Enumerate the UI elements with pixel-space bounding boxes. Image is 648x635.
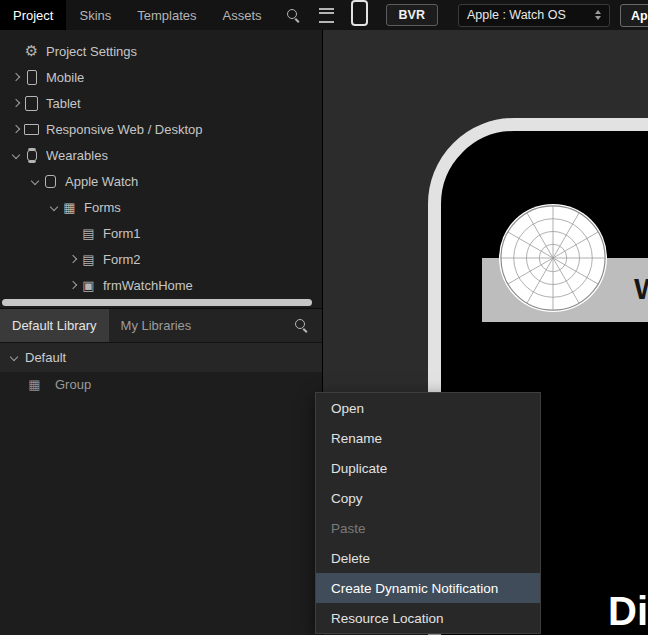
tree-item-apple-watch[interactable]: Apple Watch (0, 168, 322, 194)
tab-my-libraries[interactable]: My Libraries (109, 309, 204, 342)
tree-item-label: Project Settings (46, 44, 137, 59)
menu-item-duplicate[interactable]: Duplicate (316, 453, 540, 483)
project-tree: Project SettingsMobileTabletResponsive W… (0, 30, 322, 297)
form-home-icon (80, 277, 97, 293)
tree-item-form1[interactable]: Form1 (0, 220, 322, 246)
bvr-button[interactable]: BVR (386, 4, 438, 26)
form-icon (80, 225, 97, 241)
library-item-label: Group (55, 377, 91, 392)
library-tabs: Default Library My Libraries (0, 308, 322, 342)
chevron-right-icon[interactable] (65, 246, 80, 272)
tree-item-project-settings[interactable]: Project Settings (0, 38, 322, 64)
phone-icon (23, 69, 40, 85)
menu-item-paste[interactable]: Paste (316, 513, 540, 543)
chevron-right-icon[interactable] (8, 90, 23, 116)
chevron-down-icon[interactable] (27, 168, 42, 194)
app-window: Project Skins Templates Assets BVR Apple… (0, 0, 648, 635)
menu-item-delete[interactable]: Delete (316, 543, 540, 573)
tree-item-label: Forms (84, 200, 121, 215)
menu-item-rename[interactable]: Rename (316, 423, 540, 453)
tree-item-main: frmWatchHome (80, 272, 322, 297)
library-search-icon[interactable] (295, 319, 308, 332)
tree-item-wearables[interactable]: Wearables (0, 142, 322, 168)
tree-item-forms[interactable]: Forms (0, 194, 322, 220)
dropdown-arrows-icon (595, 10, 601, 20)
menu-item-resource-location[interactable]: Resource Location (316, 603, 540, 633)
chevron-right-icon[interactable] (8, 116, 23, 142)
chevron-down-icon[interactable] (9, 343, 19, 372)
chevron-down-icon[interactable] (8, 142, 23, 168)
form-icon (80, 251, 97, 267)
tab-assets[interactable]: Assets (210, 0, 275, 30)
tree-item-label: Apple Watch (65, 174, 138, 189)
tablet-icon (23, 95, 40, 111)
tree-item-mobile[interactable]: Mobile (0, 64, 322, 90)
menu-item-copy[interactable]: Copy (316, 483, 540, 513)
tab-templates[interactable]: Templates (124, 0, 209, 30)
tree-item-frmwatchhome[interactable]: frmWatchHome (0, 272, 322, 297)
device-preview-icon[interactable] (351, 0, 368, 26)
tree-item-main: Form1 (80, 220, 322, 246)
tree-item-label: Tablet (46, 96, 81, 111)
tree-horizontal-scrollbar[interactable] (0, 297, 322, 308)
sidebar: Project SettingsMobileTabletResponsive W… (0, 30, 323, 635)
gear-icon (23, 43, 40, 59)
chevron-spacer (8, 38, 23, 64)
chevron-right-icon[interactable] (65, 272, 80, 297)
group-icon (26, 377, 43, 393)
tree-item-main: Responsive Web / Desktop (23, 116, 322, 142)
hamburger-menu-icon[interactable] (319, 8, 334, 23)
polar-grid-image (498, 203, 608, 313)
platform-selector[interactable]: Apple : Watch OS (458, 4, 610, 27)
library-section-default[interactable]: Default (0, 342, 322, 372)
menu-item-open[interactable]: Open (316, 393, 540, 423)
app-button-partial[interactable]: App (620, 4, 648, 27)
menu-item-create-dynamic-notification[interactable]: Create Dynamic Notification (316, 573, 540, 603)
tree-item-responsive-web-desktop[interactable]: Responsive Web / Desktop (0, 116, 322, 142)
tree-item-main: Apple Watch (42, 168, 322, 194)
tab-skins[interactable]: Skins (66, 0, 124, 30)
chevron-spacer (65, 220, 80, 246)
monitor-icon (23, 121, 40, 137)
tree-item-tablet[interactable]: Tablet (0, 90, 322, 116)
tree-item-label: Mobile (46, 70, 84, 85)
tree-item-label: Responsive Web / Desktop (46, 122, 203, 137)
apple-watch-icon (42, 173, 59, 189)
chevron-right-icon[interactable] (8, 64, 23, 90)
topbar-icons (287, 0, 334, 30)
tree-item-main: Form2 (80, 246, 322, 272)
platform-selector-value: Apple : Watch OS (467, 8, 566, 22)
tree-item-label: Wearables (46, 148, 108, 163)
tree-item-label: Form1 (103, 226, 141, 241)
library-section-label: Default (25, 350, 66, 365)
tree-item-main: Tablet (23, 90, 322, 116)
chevron-down-icon[interactable] (46, 194, 61, 220)
tree-item-main: Wearables (23, 142, 322, 168)
tree-item-form2[interactable]: Form2 (0, 246, 322, 272)
tab-default-library[interactable]: Default Library (0, 309, 109, 342)
tab-project[interactable]: Project (0, 0, 66, 30)
watch-dismiss-text[interactable]: Di (608, 589, 648, 634)
scrollbar-thumb[interactable] (2, 299, 312, 306)
tree-item-main: Mobile (23, 64, 322, 90)
watch-face-graphic[interactable] (498, 203, 608, 313)
watch-icon (23, 147, 40, 163)
forms-icon (61, 199, 78, 215)
topbar: Project Skins Templates Assets BVR Apple… (0, 0, 648, 30)
tree-item-label: frmWatchHome (103, 278, 193, 293)
tree-item-label: Form2 (103, 252, 141, 267)
tree-item-main: Forms (61, 194, 322, 220)
watch-titlebar-text: W (634, 272, 648, 306)
library-item-group[interactable]: Group (0, 372, 322, 635)
search-icon[interactable] (287, 9, 300, 22)
tree-item-main: Project Settings (23, 38, 322, 64)
context-menu: OpenRenameDuplicateCopyPasteDeleteCreate… (315, 392, 541, 634)
